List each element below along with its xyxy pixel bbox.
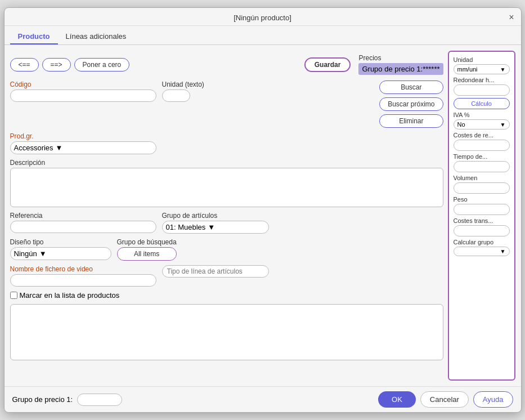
rp-volumen-input[interactable] <box>454 182 510 194</box>
prices-label: Precios <box>358 54 443 62</box>
footer-left: Grupo de precio 1: *** <box>12 394 123 406</box>
rp-calculo-button[interactable]: Cálculo <box>454 98 510 109</box>
save-button[interactable]: Guardar <box>304 57 351 72</box>
rp-calcular-grupo-select[interactable]: ▼ <box>454 247 510 256</box>
grupo-diseno-tipo: Diseño tipo Ningún ▼ <box>10 238 111 260</box>
rp-redondear-label: Redondear h... <box>454 77 510 83</box>
action-buttons: Buscar Buscar próximo Eliminar <box>379 81 443 128</box>
grupo-prodgr: Prod.gr. Accessories ▼ <box>10 132 156 154</box>
rp-iva-chevron-icon: ▼ <box>500 122 506 128</box>
tab-bar: Producto Líneas adicionales <box>5 26 521 45</box>
rp-calcular-grupo-chevron-icon: ▼ <box>500 248 506 254</box>
codigo-label: Código <box>10 81 156 88</box>
cancel-button[interactable]: Cancelar <box>420 391 469 408</box>
left-panel: <== ==> Poner a cero Guardar Precios Gru… <box>10 51 443 381</box>
right-panel: Unidad mm/uni ▼ Redondear h... 1 Cálculo… <box>448 51 515 381</box>
rp-costes-trans: Costes trans... 0.000 <box>454 217 510 236</box>
diseno-tipo-label: Diseño tipo <box>10 238 111 246</box>
descripcion-label: Descripción <box>10 159 443 167</box>
row-diseno: Diseño tipo Ningún ▼ Grupo de búsqueda A… <box>10 238 443 261</box>
form-section: Código Unidad (texto) Buscar Buscar próx… <box>10 81 443 360</box>
rp-iva-value: No <box>457 121 465 128</box>
grupo-tipo-linea <box>162 265 269 278</box>
rp-redondear-input[interactable]: 1 <box>454 84 510 96</box>
prices-section: Precios Grupo de precio 1: ****** <box>358 54 443 75</box>
rp-volumen: Volumen <box>454 175 510 194</box>
video-label: Nombre de fichero de video <box>10 265 156 273</box>
rp-unidad-chevron-icon: ▼ <box>500 66 506 73</box>
prodgr-chevron-icon: ▼ <box>56 144 63 152</box>
buscar-button[interactable]: Buscar <box>379 81 443 94</box>
footer-grupo-input[interactable]: *** <box>77 394 122 406</box>
grupo-articulos-select[interactable]: 01: Muebles ▼ <box>162 221 269 234</box>
row-referencia: Referencia Grupo de artículos 01: Mueble… <box>10 212 443 234</box>
footer: Grupo de precio 1: *** OK Cancelar Ayuda <box>5 386 521 412</box>
grupo-codigo: Código <box>10 81 156 102</box>
grupo-articulos: Grupo de artículos 01: Muebles ▼ <box>162 212 269 234</box>
rp-iva-label: IVA % <box>454 111 510 118</box>
rp-tiempo-label: Tiempo de... <box>454 153 510 160</box>
video-input[interactable] <box>10 274 156 287</box>
footer-right: OK Cancelar Ayuda <box>378 391 513 408</box>
grupo-video: Nombre de fichero de video <box>10 265 156 287</box>
rp-peso-label: Peso <box>454 196 510 203</box>
rp-costes-trans-input[interactable]: 0.000 <box>454 225 510 236</box>
rp-costes-re-label: Costes de re... <box>454 132 510 138</box>
tab-producto[interactable]: Producto <box>10 29 58 44</box>
grupo-articulos-label: Grupo de artículos <box>162 212 269 220</box>
rp-iva: IVA % No ▼ <box>454 111 510 129</box>
grupo-descripcion: Descripción <box>10 159 443 207</box>
descripcion-textarea[interactable] <box>10 168 443 207</box>
content-area: <== ==> Poner a cero Guardar Precios Gru… <box>5 45 521 386</box>
title-bar: [Ningún producto] × <box>5 8 521 26</box>
rp-iva-select[interactable]: No ▼ <box>454 119 510 129</box>
rp-calcular-grupo: Calcular grupo ▼ <box>454 239 510 256</box>
checkbox-row: Marcar en la lista de productos <box>10 291 443 300</box>
rp-calcular-grupo-label: Calcular grupo <box>454 239 510 245</box>
diseno-tipo-value: Ningún <box>14 249 37 258</box>
diseno-tipo-chevron-icon: ▼ <box>39 249 47 258</box>
help-button[interactable]: Ayuda <box>473 391 513 408</box>
reset-button[interactable]: Poner a cero <box>74 58 130 72</box>
row-codigo: Código Unidad (texto) Buscar Buscar próx… <box>10 81 443 128</box>
prev-button[interactable]: <== <box>10 58 39 72</box>
rp-unidad-value: mm/uni <box>457 66 478 73</box>
main-dialog: [Ningún producto] × Producto Líneas adic… <box>4 7 522 413</box>
large-textarea[interactable] <box>10 304 443 360</box>
marcar-label: Marcar en la lista de productos <box>20 291 120 300</box>
rp-peso-input[interactable] <box>454 204 510 215</box>
close-button[interactable]: × <box>509 12 514 23</box>
prodgr-label: Prod.gr. <box>10 132 156 140</box>
rp-tiempo: Tiempo de... 0.000 <box>454 153 510 172</box>
prodgr-value: Accessories <box>14 144 53 152</box>
unidad-texto-input[interactable] <box>162 90 190 102</box>
rp-costes-re: Costes de re... 0.000 <box>454 132 510 151</box>
rp-tiempo-input[interactable]: 0.000 <box>454 161 510 172</box>
footer-grupo-label: Grupo de precio 1: <box>12 395 73 404</box>
grupo-unidad-texto: Unidad (texto) <box>162 81 204 102</box>
grupo-articulos-value: 01: Muebles <box>166 223 206 231</box>
codigo-input[interactable] <box>10 90 156 102</box>
prodgr-select-container[interactable]: Accessories ▼ <box>10 141 156 154</box>
rp-unidad: Unidad mm/uni ▼ <box>454 56 510 74</box>
next-button[interactable]: ==> <box>42 58 71 72</box>
tab-lineas[interactable]: Líneas adicionales <box>58 29 134 44</box>
price-row-value: ****** <box>423 65 439 73</box>
marcar-checkbox[interactable] <box>10 292 17 299</box>
referencia-label: Referencia <box>10 212 156 220</box>
ok-button[interactable]: OK <box>378 391 416 408</box>
grupo-busqueda: Grupo de búsqueda All items <box>117 238 177 261</box>
rp-peso: Peso <box>454 196 510 215</box>
referencia-input[interactable] <box>10 221 156 233</box>
price-row-label: Grupo de precio 1: <box>362 65 423 73</box>
rp-unidad-select[interactable]: mm/uni ▼ <box>454 64 510 74</box>
eliminar-button[interactable]: Eliminar <box>379 114 443 128</box>
tipo-linea-input[interactable] <box>162 265 269 278</box>
main-toolbar: <== ==> Poner a cero Guardar Precios Gru… <box>10 51 443 77</box>
rp-costes-re-input[interactable]: 0.000 <box>454 140 510 151</box>
buscar-proximo-button[interactable]: Buscar próximo <box>379 97 443 111</box>
grupo-busqueda-button[interactable]: All items <box>117 247 177 261</box>
row-video: Nombre de fichero de video <box>10 265 443 287</box>
rp-unidad-label: Unidad <box>454 56 510 63</box>
diseno-tipo-select[interactable]: Ningún ▼ <box>10 247 111 260</box>
